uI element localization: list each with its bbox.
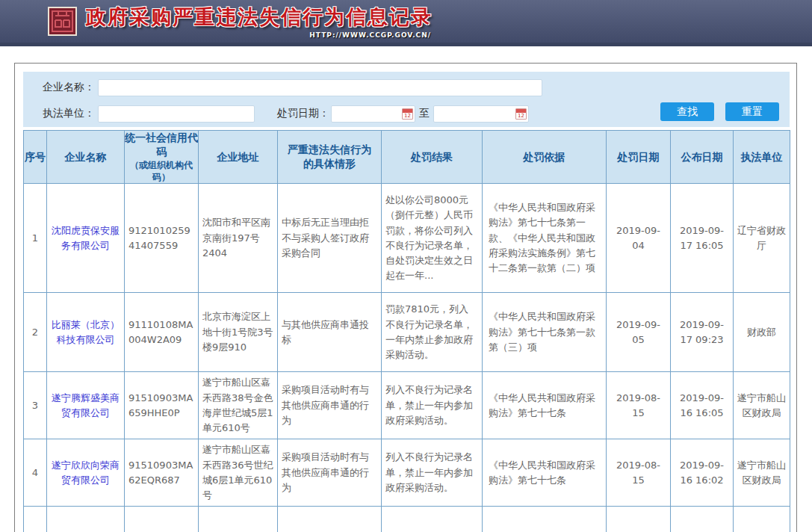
penalty-basis-cell: 《中华人民共和国政府采购法》第七十七条 [483,439,607,507]
search-panel: 企业名称： 执法单位： 处罚日期： 至 查找 重置 [23,72,790,127]
penalty-result-cell: 罚款7810元，列入不良行为记录名单，一年内禁止参加政府采购活动。 [382,293,483,372]
penalty-result-cell: 罚款9900元，列入不良行为记录名单，禁止一年内参加政府采购活动。 [382,507,483,532]
enforcement-unit-cell: 遂宁市船山区财政局 [734,439,790,507]
row-index-cell: 1 [24,184,47,293]
table-row: 4 遂宁欣欣向荣商贸有限公司 91510903MA62EQR687 遂宁市船山区… [24,439,790,507]
publish-date-cell: 2019-09-17 16:05 [671,184,734,293]
penalty-date-cell: 2019-09-04 [607,184,671,293]
penalty-result-cell: 处以你公司8000元（捌仟元整）人民币罚款，将你公司列入不良行为记录名单，自处罚… [382,184,483,293]
enforcement-unit-label: 执法单位： [29,107,98,120]
date-from-wrap [331,105,415,123]
enforcement-unit-cell: 遂宁市船山区财政局 [734,507,790,532]
column-header: 企业名称 [47,131,125,184]
violation-detail-cell: 采购项目活动时有与其他供应商串通的行为 [278,439,382,507]
search-button[interactable]: 查找 [660,102,714,121]
violation-detail-cell: 与其他供应商串通投标 [278,293,382,372]
page-title: 政府采购严重违法失信行为信息记录 [86,4,433,31]
enforcement-unit-cell: 辽宁省财政厅 [734,184,790,293]
publish-date-cell: 2019-09-16 [671,507,734,532]
publish-date-cell: 2019-09-17 09:23 [671,293,734,372]
enforcement-unit-input[interactable] [98,105,255,123]
calendar-icon[interactable] [515,108,527,120]
reset-button[interactable]: 重置 [725,102,779,121]
calendar-icon[interactable] [402,108,413,120]
penalty-date-cell: 2019-08-15 [607,439,671,507]
table-row: 5 遂宁马良阿巴商贸有限公司 91510903MA62E 遂宁市船山区嘉禾西路 … [24,507,790,532]
credit-code-cell: 91510903MA62E [125,507,199,532]
main-container: 企业名称： 执法单位： 处罚日期： 至 查找 重置 [14,63,797,532]
date-to-input[interactable] [433,105,529,123]
company-name-link[interactable]: 遂宁腾辉盛美商贸有限公司 [52,392,120,418]
table-header-row: 序号企业名称统一社会信用代码（或组织机构代码）企业地址严重违法失信行为的具体情形… [24,131,790,184]
row-index-cell: 2 [24,293,47,372]
publish-date-cell: 2019-09-16 16:05 [671,372,734,439]
company-address-cell: 遂宁市船山区嘉禾西路 [199,507,278,532]
records-table: 序号企业名称统一社会信用代码（或组织机构代码）企业地址严重违法失信行为的具体情形… [23,130,790,532]
credit-code-cell: 91510903MA62EQR687 [125,439,199,507]
row-index-cell: 5 [24,507,47,532]
table-row: 1 沈阳虎贲保安服务有限公司 912101025941407559 沈阳市和平区… [24,184,790,293]
column-header: 严重违法失信行为的具体情形 [278,131,382,184]
enforcement-unit-cell: 遂宁市船山区财政局 [734,372,790,439]
violation-detail-cell: 采购项目活动时有与其他供应商串通的行为 [278,372,382,439]
column-header: 序号 [24,131,47,184]
page-banner: 政府采购严重违法失信行为信息记录 HTTP://WWW.CCGP.GOV.CN/ [0,0,812,46]
date-range-separator: 至 [419,107,430,120]
penalty-date-cell: 2019-08-15 [607,372,671,439]
column-header: 处罚日期 [607,131,671,184]
site-url: HTTP://WWW.CCGP.GOV.CN/ [309,31,431,39]
credit-code-cell: 91110108MA004W2A09 [125,293,199,372]
column-header: 执法单位 [734,131,790,184]
penalty-date-label: 处罚日期： [277,107,329,120]
date-to-wrap [433,105,529,123]
column-header: 统一社会信用代码（或组织机构代码） [125,131,199,184]
column-header: 处罚依据 [483,131,607,184]
penalty-result-cell: 列入不良行为记录名单，禁止一年内参加政府采购活动。 [382,372,483,439]
company-name-cell: 遂宁欣欣向荣商贸有限公司 [47,439,125,507]
penalty-basis-cell: 《中华人民共和国政府采购法》第七十七条 [483,372,607,439]
penalty-result-cell: 列入不良行为记录名单，禁止一年内参加政府采购活动。 [382,439,483,507]
enforcement-unit-cell: 财政部 [734,293,790,372]
credit-code-cell: 91510903MA659HHE0P [125,372,199,439]
penalty-basis-cell: 《中华人民共和国政府采购法》第七十七条第一款第（三）项 [483,293,607,372]
column-header: 处罚结果 [382,131,483,184]
company-name-link[interactable]: 沈阳虎贲保安服务有限公司 [52,225,120,251]
company-address-cell: 北京市海淀区上地十街1号院3号楼9层910 [199,293,278,372]
violation-detail-cell: 采购项目活动时有与其他供应商串通的行为 [278,507,382,532]
company-name-link[interactable]: 遂宁欣欣向荣商贸有限公司 [52,460,120,486]
penalty-date-cell: 2019-08-15 [607,507,671,532]
company-name-cell: 沈阳虎贲保安服务有限公司 [47,184,125,293]
company-name-cell: 遂宁腾辉盛美商贸有限公司 [47,372,125,439]
ccgp-seal-icon [48,7,77,36]
table-row: 3 遂宁腾辉盛美商贸有限公司 91510903MA659HHE0P 遂宁市船山区… [24,372,790,439]
row-index-cell: 3 [24,372,47,439]
company-name-cell: 比丽莱（北京）科技有限公司 [47,293,125,372]
credit-code-cell: 912101025941407559 [125,184,199,293]
row-index-cell: 4 [24,439,47,507]
company-address-cell: 遂宁市船山区嘉禾西路36号世纪城6层1单元610号 [199,439,278,507]
column-header: 企业地址 [199,131,278,184]
table-row: 2 比丽莱（北京）科技有限公司 91110108MA004W2A09 北京市海淀… [24,293,790,372]
company-name-label: 企业名称： [29,81,98,94]
company-name-input[interactable] [98,79,542,96]
company-name-link[interactable]: 比丽莱（北京）科技有限公司 [52,319,120,345]
penalty-basis-cell: 《中华人民共和国政府采购法》第七十七条 [483,507,607,532]
company-address-cell: 遂宁市船山区嘉禾西路38号金色海岸世纪城5层1单元610号 [199,372,278,439]
penalty-date-cell: 2019-09-05 [607,293,671,372]
penalty-basis-cell: 《中华人民共和国政府采购法》第七十七条第一款、《中华人民共和国政府采购法实施条例… [483,184,607,293]
publish-date-cell: 2019-09-16 16:02 [671,439,734,507]
company-name-cell: 遂宁马良阿巴商贸有限公司 [47,507,125,532]
violation-detail-cell: 中标后无正当理由拒不与采购人签订政府采购合同 [278,184,382,293]
company-address-cell: 沈阳市和平区南京南街197号2404 [199,184,278,293]
column-header: 公布日期 [671,131,734,184]
